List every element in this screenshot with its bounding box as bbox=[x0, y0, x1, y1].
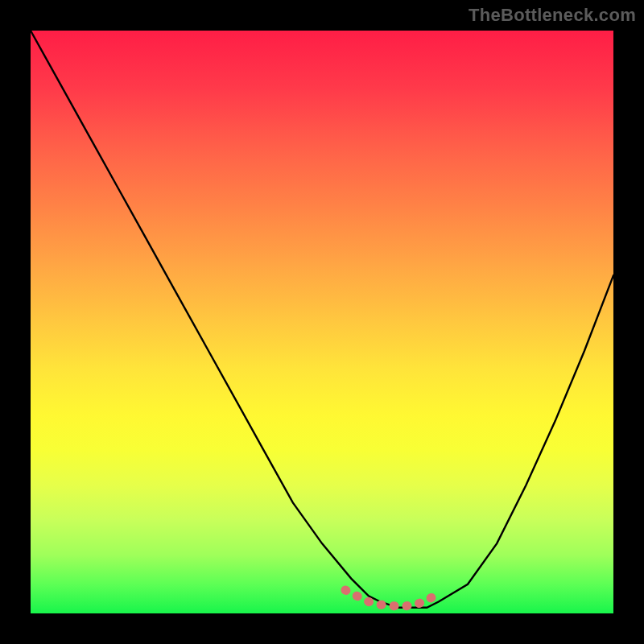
bottleneck-curve bbox=[31, 31, 613, 608]
watermark-label: TheBottleneck.com bbox=[469, 5, 636, 26]
chart-frame: TheBottleneck.com bbox=[0, 0, 644, 644]
plot-area bbox=[31, 31, 613, 613]
flat-bottom-markers bbox=[345, 590, 439, 606]
curve-svg bbox=[31, 31, 613, 613]
marker-path bbox=[345, 590, 439, 606]
